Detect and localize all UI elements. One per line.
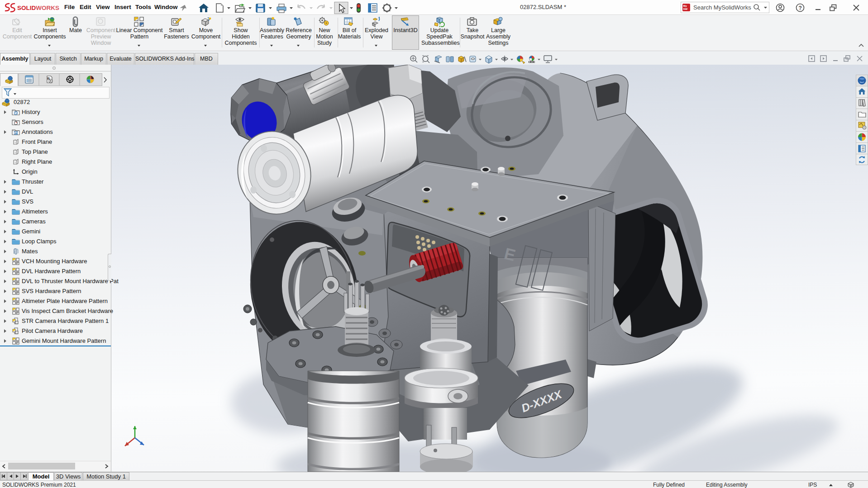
svg-text:SOLIDWORKS: SOLIDWORKS xyxy=(17,5,59,11)
svg-text:?: ? xyxy=(799,5,802,11)
svg-text:B: B xyxy=(48,76,50,81)
